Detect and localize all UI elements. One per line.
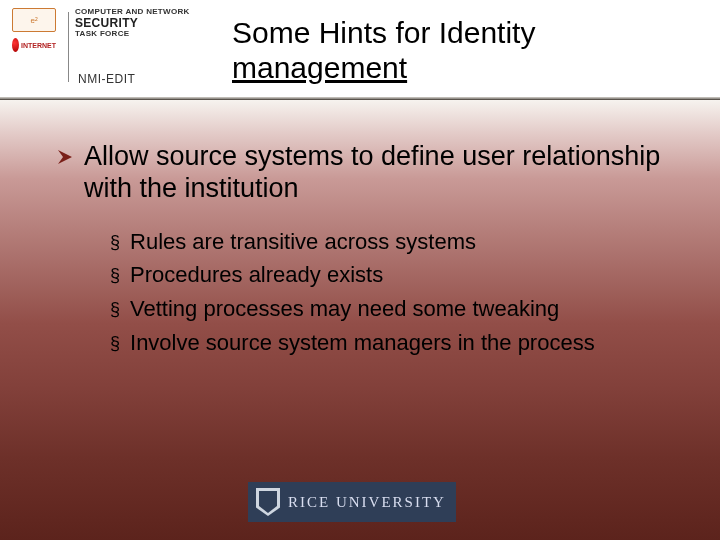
nmi-edit-label: NMI-EDIT: [78, 72, 135, 86]
sub-bullet-text: Involve source system managers in the pr…: [130, 328, 690, 358]
sub-bullet-list: § Rules are transitive across systems § …: [110, 227, 690, 358]
content-area: Allow source systems to define user rela…: [58, 140, 690, 362]
header-divider: [0, 97, 720, 100]
security-line2: Security: [75, 17, 190, 30]
security-line3: Task Force: [75, 30, 190, 39]
educause-logo-icon: e²: [12, 8, 56, 32]
rice-logo: RICE UNIVERSITY: [248, 482, 456, 522]
page-title: Some Hints for Identity management: [232, 16, 700, 85]
sub-bullet: § Rules are transitive across systems: [110, 227, 690, 257]
arrow-icon: [58, 150, 74, 164]
square-bullet-icon: §: [110, 263, 120, 287]
left-logos: e² INTERNET: [12, 8, 56, 56]
sub-bullet: § Involve source system managers in the …: [110, 328, 690, 358]
shield-icon: [256, 488, 280, 516]
sub-bullet-text: Procedures already exists: [130, 260, 690, 290]
rice-text: RICE UNIVERSITY: [288, 494, 446, 511]
security-taskforce-label: Computer and Network Security Task Force: [75, 8, 190, 39]
title-line2: management: [232, 51, 407, 84]
bullet-main: Allow source systems to define user rela…: [58, 140, 690, 205]
square-bullet-icon: §: [110, 331, 120, 355]
internet2-swoosh-icon: [12, 38, 19, 52]
svg-marker-0: [58, 150, 72, 164]
bullet-main-text: Allow source systems to define user rela…: [84, 140, 690, 205]
internet2-logo-icon: INTERNET: [12, 34, 56, 56]
internet2-text: INTERNET: [21, 42, 56, 49]
educause-text: e²: [30, 16, 37, 25]
sub-bullet: § Procedures already exists: [110, 260, 690, 290]
title-line1: Some Hints for Identity: [232, 16, 535, 49]
sub-bullet-text: Vetting processes may need some tweaking: [130, 294, 690, 324]
sub-bullet: § Vetting processes may need some tweaki…: [110, 294, 690, 324]
square-bullet-icon: §: [110, 297, 120, 321]
square-bullet-icon: §: [110, 230, 120, 254]
sub-bullet-text: Rules are transitive across systems: [130, 227, 690, 257]
vertical-divider: [68, 12, 69, 82]
slide: e² INTERNET Computer and Network Securit…: [0, 0, 720, 540]
